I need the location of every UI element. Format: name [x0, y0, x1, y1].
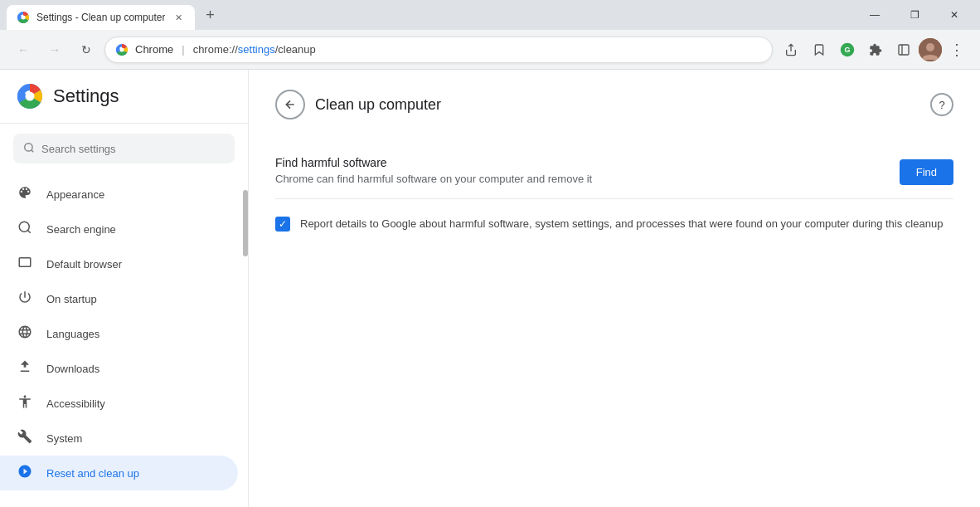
harmful-software-description: Chrome can find harmful software on your… — [275, 173, 592, 185]
search-bar[interactable] — [13, 134, 235, 163]
sidebar-item-accessibility-label: Accessibility — [46, 397, 105, 410]
address-origin: Chrome — [135, 43, 173, 56]
settings-header: Settings — [0, 70, 248, 124]
content-header: Clean up computer ? — [275, 90, 953, 119]
svg-point-10 — [926, 43, 934, 51]
address-url: chrome://settings/cleanup — [193, 43, 316, 56]
sidebar-item-downloads[interactable]: Downloads — [0, 351, 238, 386]
svg-point-13 — [26, 92, 35, 101]
extensions-button[interactable] — [862, 37, 889, 63]
help-icon: ? — [939, 99, 944, 111]
tab-title: Settings - Clean up computer — [36, 12, 165, 23]
back-button[interactable] — [275, 90, 305, 119]
toolbar-actions: G ⋮ — [778, 37, 970, 63]
sidebar-item-languages[interactable]: Languages — [0, 316, 238, 351]
appearance-icon — [17, 185, 33, 203]
content-header-left: Clean up computer — [275, 90, 441, 119]
reload-button[interactable]: ↻ — [73, 37, 99, 63]
new-tab-button[interactable]: + — [198, 3, 221, 27]
system-icon — [17, 429, 33, 447]
search-engine-icon — [17, 220, 33, 238]
reset-icon — [17, 464, 33, 482]
sidebar-toggle-button[interactable] — [890, 37, 917, 63]
default-browser-icon — [17, 255, 33, 273]
page-title: Clean up computer — [315, 96, 441, 114]
app-body: Settings Appearance — [0, 70, 980, 507]
svg-point-15 — [19, 222, 29, 232]
downloads-icon — [17, 359, 33, 378]
forward-button[interactable]: → — [41, 37, 68, 63]
chrome-logo — [17, 83, 43, 110]
sidebar-item-appearance[interactable]: Appearance — [0, 177, 238, 212]
toolbar: ← → ↻ Chrome | chrome://settings/cleanup — [0, 30, 980, 70]
sidebar-item-reset-and-clean-up[interactable]: Reset and clean up — [0, 456, 238, 490]
address-separator: | — [182, 43, 184, 56]
harmful-software-text: Find harmful software Chrome can find ha… — [275, 156, 592, 185]
sidebar-item-appearance-label: Appearance — [46, 188, 104, 201]
svg-text:G: G — [844, 46, 850, 54]
svg-rect-16 — [19, 258, 31, 267]
sidebar-item-default-browser-label: Default browser — [46, 258, 122, 271]
report-details-checkbox[interactable]: ✓ — [275, 217, 290, 232]
report-details-row: ✓ Report details to Google about harmful… — [275, 199, 953, 249]
harmful-software-section: Find harmful software Chrome can find ha… — [275, 143, 953, 199]
tab-close-button[interactable]: ✕ — [172, 11, 185, 24]
user-avatar[interactable] — [919, 38, 942, 61]
address-path: chrome://settings/cleanup — [193, 43, 316, 56]
close-button[interactable]: ✕ — [935, 2, 973, 28]
sidebar-nav-wrapper: Appearance Search engine Default browser — [0, 173, 248, 507]
svg-rect-8 — [899, 45, 909, 55]
svg-point-2 — [22, 16, 26, 20]
sidebar-item-search-engine[interactable]: Search engine — [0, 212, 238, 246]
bookmark-button[interactable] — [806, 37, 832, 63]
scrollbar-track — [243, 173, 248, 507]
sidebar-item-search-engine-label: Search engine — [46, 223, 116, 236]
address-favicon — [115, 43, 129, 56]
sidebar-item-on-startup[interactable]: On startup — [0, 281, 238, 316]
sidebar-item-downloads-label: Downloads — [46, 363, 99, 375]
settings-title: Settings — [53, 85, 119, 107]
active-tab[interactable]: Settings - Clean up computer ✕ — [7, 5, 195, 30]
sidebar-item-languages-label: Languages — [46, 328, 99, 340]
sidebar-item-reset-label: Reset and clean up — [46, 467, 139, 480]
languages-icon — [17, 324, 33, 343]
sidebar-item-accessibility[interactable]: Accessibility — [0, 386, 238, 421]
svg-point-14 — [25, 143, 32, 150]
sidebar-item-on-startup-label: On startup — [46, 293, 97, 305]
menu-button[interactable]: ⋮ — [944, 37, 970, 63]
cleanup-card: Find harmful software Chrome can find ha… — [275, 143, 953, 249]
search-input[interactable] — [41, 143, 225, 155]
sidebar-item-system-label: System — [46, 432, 82, 445]
titlebar: Settings - Clean up computer ✕ + — ❐ ✕ — [0, 0, 980, 30]
share-button[interactable] — [778, 37, 804, 63]
scrollbar-thumb[interactable] — [243, 190, 248, 256]
sidebar-item-system[interactable]: System — [0, 421, 238, 456]
main-content: Clean up computer ? Find harmful softwar… — [249, 70, 980, 507]
find-button[interactable]: Find — [900, 159, 953, 185]
checkbox-check-icon: ✓ — [279, 218, 287, 230]
on-startup-icon — [17, 290, 33, 308]
minimize-button[interactable]: — — [856, 2, 894, 28]
svg-point-5 — [120, 47, 124, 51]
address-bar[interactable]: Chrome | chrome://settings/cleanup — [104, 37, 773, 63]
search-icon — [23, 142, 35, 156]
accessibility-icon — [17, 394, 33, 412]
restore-button[interactable]: ❐ — [895, 2, 934, 28]
report-details-label: Report details to Google about harmful s… — [300, 216, 943, 232]
help-button[interactable]: ? — [930, 93, 953, 116]
window-controls: — ❐ ✕ — [856, 2, 973, 28]
sidebar-item-default-browser[interactable]: Default browser — [0, 246, 238, 281]
back-button[interactable]: ← — [10, 37, 36, 63]
harmful-software-title: Find harmful software — [275, 156, 592, 169]
sidebar-nav: Appearance Search engine Default browser — [0, 173, 248, 494]
google-account-button[interactable]: G — [834, 37, 861, 63]
tab-favicon — [17, 11, 30, 24]
sidebar: Settings Appearance — [0, 70, 249, 507]
